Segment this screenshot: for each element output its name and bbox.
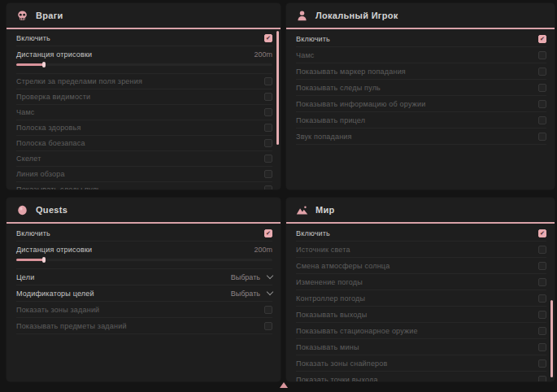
dropdown[interactable]: Выбрать	[231, 273, 272, 281]
row-select: Модификаторы целейВыбрать	[16, 285, 272, 302]
chevron-down-icon	[267, 272, 273, 279]
checkbox[interactable]	[538, 359, 546, 368]
row-label: Включить	[16, 34, 50, 42]
row-label: Источник света	[296, 246, 350, 254]
row-label: Контроллер погоды	[296, 294, 365, 303]
row-toggle: Показать точки выхода	[296, 372, 546, 381]
quest-circle-icon	[16, 204, 28, 216]
resize-grip-icon[interactable]	[280, 382, 288, 388]
row-toggle: Показывать предметы заданий	[16, 318, 272, 334]
checkbox[interactable]	[538, 100, 546, 108]
row-label: Звук попадания	[296, 133, 352, 141]
row-toggle: Показывать мины	[296, 339, 546, 355]
checkbox[interactable]	[538, 116, 546, 124]
row-toggle: Включить✔	[296, 225, 546, 242]
row-toggle: Чамс	[296, 47, 546, 63]
row-label: Модификаторы целей	[16, 290, 94, 298]
checkbox[interactable]	[538, 376, 546, 382]
checkbox[interactable]: ✔	[538, 35, 546, 43]
panel-title: Враги	[36, 11, 63, 20]
checkbox[interactable]	[264, 77, 272, 85]
checkbox[interactable]	[264, 93, 272, 101]
row-toggle: Смена атмосферы солнца	[296, 258, 546, 274]
row-toggle: Показать зоны заданий	[16, 302, 272, 318]
row-label: Цели	[16, 273, 34, 281]
checkbox[interactable]	[538, 294, 546, 303]
slider-label-row: Дистанция отрисовки200m	[16, 243, 272, 255]
row-toggle: Проверка видимости	[16, 89, 272, 105]
panel-local-player-header: Локальный Игрок	[286, 3, 555, 29]
person-icon	[296, 10, 308, 22]
checkbox[interactable]	[538, 278, 546, 286]
row-toggle: Показывать выходы	[296, 307, 546, 323]
panel-quests: Quests Включить✔Дистанция отрисовки200mЦ…	[7, 198, 281, 381]
checkbox[interactable]	[264, 155, 272, 163]
checkbox[interactable]	[264, 322, 272, 330]
skull-icon	[16, 10, 28, 22]
checkbox[interactable]	[538, 51, 546, 59]
row-label: Полоска здоровья	[16, 124, 81, 132]
checkbox[interactable]: ✔	[538, 229, 546, 237]
slider-handle[interactable]	[42, 257, 46, 263]
row-toggle: Изменение погоды	[296, 274, 546, 290]
checkbox[interactable]	[538, 343, 546, 351]
checkbox[interactable]	[538, 246, 546, 254]
row-toggle: Включить✔	[296, 31, 546, 47]
row-toggle: Полоска боезапаса	[16, 136, 272, 151]
scrollbar-thumb[interactable]	[276, 31, 279, 145]
panel-title: Локальный Игрок	[315, 11, 398, 20]
row-label: Скелет	[16, 155, 41, 163]
slider[interactable]	[16, 259, 272, 261]
row-toggle: Звук попадания	[296, 128, 546, 145]
row-toggle: Линия обзора	[16, 167, 272, 182]
mountains-icon	[296, 204, 308, 216]
checkbox[interactable]	[538, 133, 546, 141]
row-toggle: Полоска здоровья	[16, 120, 272, 136]
checkbox[interactable]	[264, 108, 272, 116]
dropdown[interactable]: Выбрать	[231, 290, 272, 298]
checkbox[interactable]	[264, 306, 272, 314]
row-label: Показать зоны заданий	[16, 306, 99, 314]
row-label: Показывать информацию об оружии	[296, 100, 425, 108]
row-toggle: Стрелки за пределами поля зрения	[16, 74, 272, 89]
slider-fill	[16, 259, 45, 261]
row-label: Чамс	[16, 108, 35, 116]
scrollbar-thumb[interactable]	[550, 300, 553, 377]
checkbox[interactable]	[264, 124, 272, 132]
row-toggle: Включить✔	[16, 31, 272, 46]
panel-world-header: Мир	[286, 198, 555, 224]
checkbox[interactable]: ✔	[264, 34, 272, 42]
row-label: Показывать стационарное оружие	[296, 327, 418, 335]
checkbox[interactable]	[538, 84, 546, 92]
chevron-down-icon	[267, 289, 273, 295]
slider-handle[interactable]	[42, 62, 46, 68]
checkbox[interactable]	[538, 327, 546, 335]
row-toggle: Показывать следы пуль	[296, 80, 546, 96]
checkbox[interactable]	[538, 68, 546, 76]
checkbox[interactable]	[538, 311, 546, 319]
cheat-menu-screen: Враги Включить✔Дистанция отрисовки200mСт…	[0, 0, 557, 392]
rows: Включить✔Дистанция отрисовки200mСтрелки …	[7, 29, 281, 189]
row-label: Дистанция отрисовки	[16, 246, 92, 254]
row-label: Изменение погоды	[296, 278, 363, 286]
slider-value: 200m	[254, 246, 272, 254]
row-toggle: Контроллер погоды	[296, 290, 546, 307]
panel-title: Quests	[36, 205, 67, 215]
row-label: Чамс	[296, 51, 315, 59]
row-toggle: Источник света	[296, 242, 546, 258]
row-label: Показать точки выхода	[296, 376, 378, 382]
panel-world: Мир Включить✔Источник светаСмена атмосфе…	[286, 198, 555, 381]
panel-enemies: Враги Включить✔Дистанция отрисовки200mСт…	[7, 3, 281, 189]
row-slider: Дистанция отрисовки200m	[16, 46, 272, 74]
checkbox[interactable]	[538, 262, 546, 270]
slider[interactable]	[16, 63, 272, 66]
checkbox[interactable]	[264, 185, 272, 189]
slider-value: 200m	[254, 50, 272, 59]
panel-enemies-header: Враги	[7, 3, 281, 29]
row-label: Включить	[16, 229, 50, 237]
checkbox[interactable]	[264, 139, 272, 147]
checkbox[interactable]: ✔	[264, 229, 272, 237]
checkbox[interactable]	[264, 170, 272, 178]
row-toggle: Чамс	[16, 105, 272, 120]
slider-fill	[16, 63, 45, 66]
